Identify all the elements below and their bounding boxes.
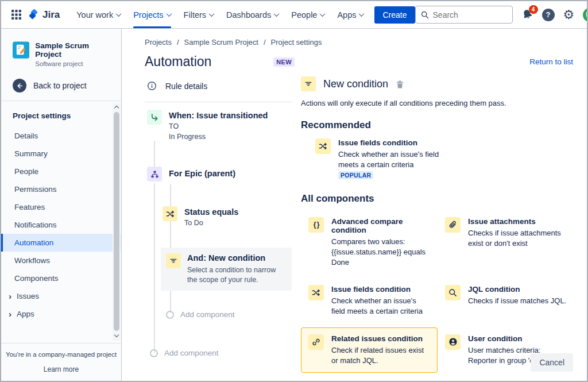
sidebar-scrollbar[interactable] [113,103,121,341]
add-component-branch-button[interactable]: Add component [166,310,235,319]
scroll-down-icon[interactable] [114,333,119,337]
settings-section-title: Project settings [1,106,121,127]
component-jql-condition[interactable]: JQL condition Checks if issue matches JQ… [438,278,574,323]
divider [145,102,292,102]
component-desc: Compares two values: {{issue.status.name… [331,237,430,268]
rule-details-link[interactable]: Rule details [147,81,207,91]
component-advanced-compare-condition[interactable]: { } Advanced compare condition Compares … [301,210,438,275]
nav-label: Dashboards [226,10,271,20]
expandable-label: Apps [17,310,34,318]
component-desc: Checks if issue matches JQL. [468,296,566,306]
delete-condition-button[interactable] [396,80,404,89]
nav-people[interactable]: People [285,1,331,28]
component-desc: Checks if issue attachments exist or don… [468,228,567,249]
back-to-project-button[interactable]: Back to project [1,67,121,101]
add-component-label: Add component [164,349,219,357]
global-search[interactable] [415,6,513,24]
add-component-root-button[interactable]: Add component [150,349,219,357]
sidebar-item-summary[interactable]: Summary [1,145,121,163]
notifications-button[interactable]: 4 [521,9,533,21]
scrollbar-thumb[interactable] [114,112,119,331]
rule-trigger-block[interactable]: When: Issue transitioned TO In Progress [169,111,268,141]
braces-glyph: { } [314,221,319,229]
sidebar-item-issues[interactable]: › Issues [1,287,121,305]
rule-details-label: Rule details [165,82,207,91]
component-title: Issue fields condition [331,285,430,294]
nav-projects[interactable]: Projects [127,1,177,28]
search-input[interactable] [433,10,502,20]
component-issue-fields-condition[interactable]: Issue fields condition Check whether an … [301,278,438,323]
add-component-label: Add component [180,310,235,319]
create-button[interactable]: Create [374,6,415,24]
chevron-right-icon: › [9,310,11,318]
nav-dashboards[interactable]: Dashboards [220,1,285,28]
nav-filters[interactable]: Filters [177,1,220,28]
user-avatar[interactable]: NV [583,8,588,22]
sidebar-item-details[interactable]: Details [1,127,121,145]
sidebar-item-notifications[interactable]: Notifications [1,216,121,234]
trash-icon [396,80,404,89]
sidebar-item-apps[interactable]: › Apps [1,305,121,323]
branch-epic-icon[interactable] [147,167,162,182]
nav-your-work[interactable]: Your work [70,1,127,28]
sidebar-item-workflows[interactable]: Workflows [1,252,121,269]
breadcrumb-separator: / [177,38,179,47]
rule-condition-new-block-selected[interactable]: And: New condition Select a condition to… [161,248,292,291]
jira-window: Jira Your work Projects Filters Dashboar… [0,0,588,382]
breadcrumb-project[interactable]: Sample Scrum Project [184,38,258,47]
settings-menu: Project settings Details Summary People … [1,101,121,343]
chevron-down-icon [116,11,122,17]
rule-connector-line [154,141,155,168]
cancel-button[interactable]: Cancel [531,353,573,372]
rule-condition-status-block[interactable]: Status equals To Do [184,207,238,227]
rule-branch-block[interactable]: For Epic (parent) [169,169,235,178]
jira-logo[interactable]: Jira [26,1,70,28]
sidebar-item-automation[interactable]: Automation [1,234,121,252]
sidebar-item-features[interactable]: Features [1,198,121,216]
sidebar-footer: You're in a company-managed project Lear… [1,343,121,381]
condition-shuffle-icon[interactable] [163,206,177,221]
app-grid-icon [11,10,21,20]
back-label: Back to project [33,81,87,90]
chevron-down-icon [166,11,172,17]
component-title: Issue attachments [468,217,567,226]
project-type-note: You're in a company-managed project [5,351,118,358]
sidebar-item-components[interactable]: Components [1,269,121,287]
project-name: Sample Scrum Project [35,41,115,59]
page-title: Automation [145,54,211,70]
component-desc-text: Check whether an issue's field meets a c… [338,150,439,169]
rule-connector-line [154,183,155,353]
learn-more-link[interactable]: Learn more [44,365,79,373]
breadcrumb-projects[interactable]: Projects [145,38,172,47]
nav-apps[interactable]: Apps [331,1,370,28]
sidebar-item-permissions[interactable]: Permissions [1,180,121,198]
help-button[interactable]: ? [542,9,555,21]
user-icon [445,334,461,350]
component-related-issues-condition-highlighted[interactable]: Related issues condition Check if relate… [301,327,438,373]
brand-label: Jira [42,9,60,21]
component-issue-attachments[interactable]: Issue attachments Checks if issue attach… [438,210,574,275]
trigger-title: When: Issue transitioned [169,111,268,120]
app-switcher-button[interactable] [9,1,26,28]
top-navigation-bar: Jira Your work Projects Filters Dashboar… [1,1,587,29]
return-to-list-link[interactable]: Return to list [529,57,573,66]
panel-description: Actions will only execute if all conditi… [301,99,573,107]
component-issue-fields-condition-recommended[interactable]: Issue fields condition Check whether an … [315,138,573,181]
new-badge: NEW [273,57,295,67]
component-title: JQL condition [468,285,566,294]
project-header: Sample Scrum Project Software project [1,29,121,67]
condition-value: To Do [184,219,238,227]
settings-gear-button[interactable]: ⚙ [563,9,575,21]
recommended-heading: Recommended [301,119,573,131]
breadcrumb: Projects / Sample Scrum Project / Projec… [145,38,573,47]
project-sidebar: Sample Scrum Project Software project Ba… [1,29,122,381]
scroll-up-icon[interactable] [114,106,119,110]
project-avatar-icon [13,41,29,59]
trigger-transition-icon[interactable] [147,110,162,125]
breadcrumb-project-settings[interactable]: Project settings [271,38,322,47]
main-content: Projects / Sample Scrum Project / Projec… [122,29,587,381]
chevron-down-icon [274,11,280,17]
filter-icon [166,253,181,268]
chevron-down-icon [359,11,365,17]
sidebar-item-people[interactable]: People [1,163,121,180]
